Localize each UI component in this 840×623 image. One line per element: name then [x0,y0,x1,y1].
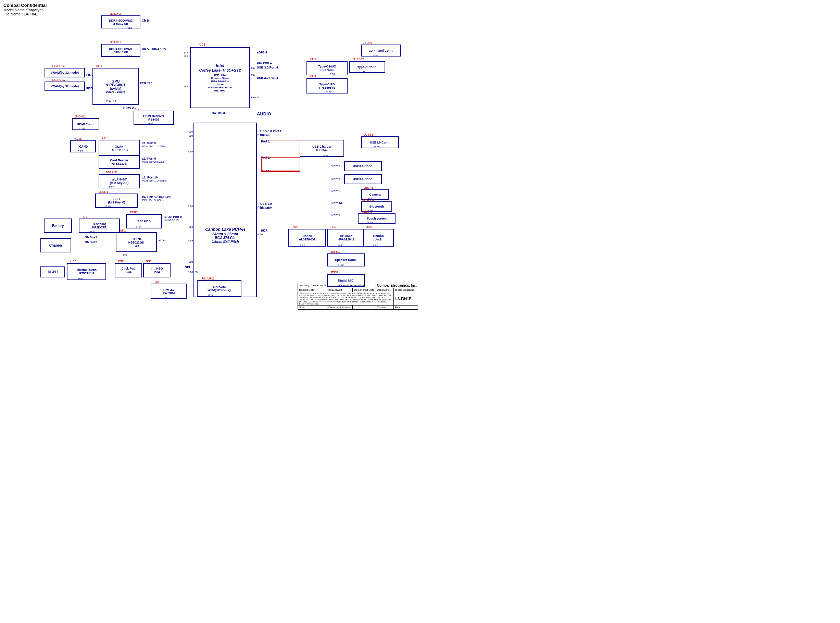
file-name: File Name : LA-F841 [3,12,47,16]
pcie-gen1-10-label: PCIe Gen1 :2.5Gb/s [142,179,167,182]
p31-mux-label: P.31 [330,73,335,76]
header: Compal Confidential Model Name :Targarye… [3,3,47,16]
codec-box: Codec AL3258-CG [288,229,326,247]
p24-ssd-label: P.24 [106,205,110,208]
vram1-box: VRAM(by 32 mode) [44,68,85,77]
legal-text: THIS SHEET OF ENGINEERING DRAWING IS THE… [298,292,394,305]
p27-rj45-label: P.27 [78,150,83,153]
jssd1-top-label: JSSD1 [99,190,108,193]
p19-a-label: P.19 [188,134,193,137]
title-value: Block Diagrams [394,288,418,292]
speaker-conn-box: Speaker Conn. [327,253,365,267]
size-label: Size [298,305,327,310]
usb20-480-label: 480Mb/s [260,206,273,210]
p32-codec-label: P.32 [300,244,305,247]
ug1-label: UG1 [96,64,103,68]
jedp1-camera-label: JEDP1 [364,186,373,189]
p6-mid-label: P.6 [251,74,255,77]
p39-45-label: P.39~45 [106,99,116,103]
deciphered-label: Deciphered Date [353,288,376,292]
jhp1-label: JHP1 [366,226,374,229]
hda-label: HDA [261,229,268,232]
model-name: Model Name :Targaryen [3,8,47,12]
port3-right-label: Port 3 [331,177,340,181]
usb30-5gbs-label: 5Gb/s [260,134,269,137]
smbus1-label: SMBus1 [85,236,97,239]
ug4ug5-label: UG4,UG5 [52,64,66,68]
rev-value: Rev [394,305,418,310]
footer-table: Security Classification Compal Secret Da… [297,283,418,310]
jedp1-mic-label: JEDP1 [330,270,340,274]
port14-label: Port 14 [331,201,342,205]
custom-label: Custom [376,305,394,310]
jdimm2-label: JDIMM2 [110,12,121,15]
part-number: LA-F841P [394,292,418,305]
itp1-label: ITP1 [118,259,125,263]
docnum-label: Document Number [327,305,353,310]
jhdmi1-label: JHDMI1 [75,115,86,118]
hpamp-box: HP AMP HPA022642 [327,229,365,247]
p24-hdd-label: P.24 [136,226,141,229]
deciphered-date: 2018/08/04 [376,288,394,292]
p19-lpc-label: P.19 [188,239,193,242]
ddr4-label: DDR4 1.2V [151,47,166,51]
sata-port0-label: SATA Port 0 [164,215,182,218]
hdmi20-label: HDMI 2.0 [123,106,136,110]
ua1-label: UA1 [293,226,299,229]
jedp1-top-label: JEDP1 [363,41,372,44]
red-line-h1 [261,140,300,140]
usb20-label: USB 2.0 [260,202,272,206]
uv2-label: UV2 [135,107,141,110]
uc3-label: UC3 [70,259,77,263]
jssd1-bot-label: JSSD1 [129,211,139,214]
ssd-box: SSD (M.2 Key M) [95,193,138,208]
usb30-port4-label: USB 3.0 Port 4 [257,66,278,69]
fba-label: FBA [86,73,93,77]
p7-label: P.7 [184,51,188,54]
security-class-label: Security Classification [298,283,327,288]
dgpu-box: DGPU [40,267,65,278]
jusbc1-label: JUSBC1 [353,58,365,61]
p26-redriver-label: P.26 [148,122,153,125]
battery-box: Battery [44,218,72,233]
red-line-h4 [261,171,300,172]
p35-tpm-label: P.35 [162,296,167,299]
security-class-value: Compal Secret Data [327,283,376,288]
glan-box: GLAN RTL8118AS [99,140,140,157]
edp14-label: eDP1.4 [257,51,267,54]
hdd-box: 2.5" HDD [126,214,162,229]
jdimm1-label: JDIMM1 [110,40,121,44]
jwlan1-label: JWLAN1 [106,170,118,174]
ua2-label: UA2 [330,226,337,229]
ddr4-sodimm2-box: DDR4 SODIMM2 2/4/8/16 GB [101,15,140,28]
intel-cpu-box: Intel Coffee Lake- H 6C+GT2 TDP: 45W 42m… [190,47,250,108]
uk1-label: UK1 [120,229,126,232]
combo-jack-box: Combo Jack [363,229,394,247]
p32-hpamp-label: P.32 [338,244,343,247]
ps-label: PS [123,253,127,257]
p32-combo-label: P.32 [372,244,378,247]
jkb1-label: JKB1 [146,259,153,263]
red-line-h2 [261,157,300,158]
jh1uh2-label: JH1/UH2 [201,277,214,280]
p25-edp-label: P.25 [373,54,379,57]
port2-right-label: Port 2 [331,164,340,168]
usb30-conn1-box: USB3.0 Conn. [361,136,399,148]
p16-23-label: P.16~23 [188,270,198,274]
docnum-value [353,305,376,310]
uu3-label: UU3 [310,58,316,61]
p37-thermal-label: P.37 [78,278,83,281]
p9-label: P.9 [184,85,188,88]
spi-label: SPI [185,265,190,269]
company-name: Compal Confidential [3,3,47,8]
red-line-v1 [300,140,300,157]
port5-right-label: Port 5 [331,189,340,193]
x1port5-label: x1, Port 5 [142,141,156,145]
p15-label: P.15 [127,26,132,29]
p8-label: P.8 [184,55,188,58]
edp-panel-conn-box: eDP Panel Conn. [361,44,401,57]
gen3-6gbs-label: Gen3 6Gb/s [164,218,179,222]
usb30-conn3-box: USB3.0 Conn. [344,174,382,184]
thermal-sens-box: Thermal Sens G753T11U [67,263,106,280]
u3-label: U3 [155,280,159,284]
